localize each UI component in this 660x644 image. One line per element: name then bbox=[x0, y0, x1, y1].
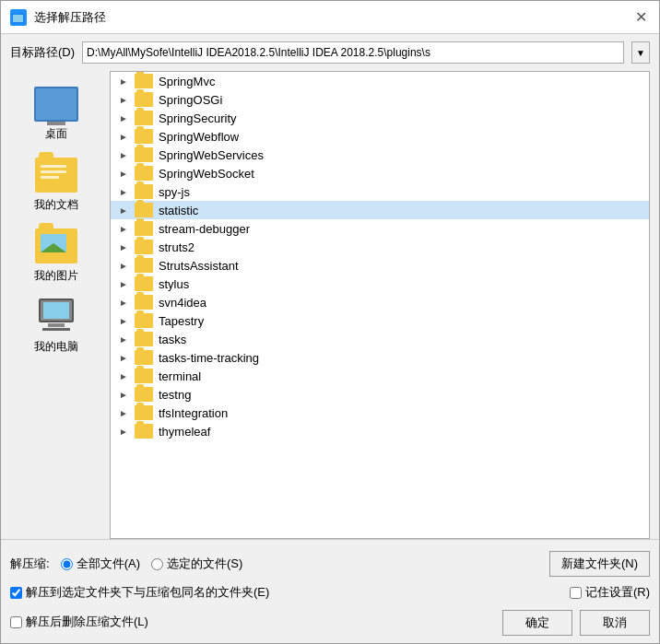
expand-arrow-icon: ► bbox=[118, 76, 129, 87]
list-item[interactable]: ►spy-js bbox=[111, 182, 649, 201]
file-name: SpringWebSocket bbox=[159, 167, 254, 181]
file-name: struts2 bbox=[159, 240, 194, 254]
path-input[interactable] bbox=[82, 41, 624, 64]
close-button[interactable]: ✕ bbox=[631, 8, 650, 27]
file-name: tfsIntegration bbox=[159, 406, 228, 420]
file-name: thymeleaf bbox=[159, 425, 210, 439]
folder-icon bbox=[135, 184, 153, 199]
checkbox-row-2-and-actions: 解压后删除压缩文件(L) 确定 取消 bbox=[10, 608, 650, 636]
sidebar-item-computer[interactable]: 我的电脑 bbox=[19, 293, 93, 360]
file-name: statistic bbox=[159, 204, 198, 217]
path-row: 目标路径(D) ▼ bbox=[1, 34, 659, 71]
list-item[interactable]: ►SpringWebflow bbox=[111, 127, 649, 146]
radio-all-input[interactable] bbox=[61, 558, 73, 570]
sidebar-item-desktop[interactable]: 桌面 bbox=[19, 80, 93, 147]
delete-after-checkbox[interactable] bbox=[10, 616, 22, 628]
list-item[interactable]: ►SpringSecurity bbox=[111, 109, 649, 127]
folder-icon bbox=[135, 221, 153, 236]
expand-arrow-icon: ► bbox=[118, 95, 129, 105]
bottom-section: 解压缩: 全部文件(A) 选定的文件(S) 新建文件夹(N) 解压到选定文件夹下… bbox=[1, 544, 659, 643]
radio-selected-files[interactable]: 选定的文件(S) bbox=[151, 556, 242, 572]
radio-all-files[interactable]: 全部文件(A) bbox=[61, 556, 140, 572]
list-item[interactable]: ►StrutsAssistant bbox=[111, 256, 649, 275]
expand-arrow-icon: ► bbox=[118, 408, 129, 418]
file-name: spy-js bbox=[159, 185, 190, 199]
extract-row: 解压缩: 全部文件(A) 选定的文件(S) 新建文件夹(N) bbox=[10, 551, 650, 577]
expand-arrow-icon: ► bbox=[118, 334, 129, 345]
list-item[interactable]: ►tfsIntegration bbox=[111, 404, 649, 422]
list-item[interactable]: ►tasks-time-tracking bbox=[111, 348, 649, 367]
radio-selected-label: 选定的文件(S) bbox=[167, 556, 242, 572]
file-list[interactable]: ►SpringMvc►SpringOSGi►SpringSecurity►Spr… bbox=[111, 72, 649, 538]
list-item[interactable]: ►SpringWebServices bbox=[111, 146, 649, 164]
cancel-button[interactable]: 取消 bbox=[580, 610, 650, 636]
file-name: SpringWebServices bbox=[159, 148, 264, 162]
list-item[interactable]: ►struts2 bbox=[111, 238, 649, 256]
computer-icon bbox=[34, 299, 78, 335]
list-item[interactable]: ►svn4idea bbox=[111, 293, 649, 311]
file-name: SpringWebflow bbox=[159, 130, 239, 144]
expand-arrow-icon: ► bbox=[118, 316, 129, 326]
delete-after-label: 解压后删除压缩文件(L) bbox=[26, 614, 148, 630]
title-icon bbox=[10, 9, 27, 26]
title-bar: 选择解压路径 ✕ bbox=[1, 1, 659, 34]
expand-arrow-icon: ► bbox=[118, 279, 129, 289]
expand-arrow-icon: ► bbox=[118, 169, 129, 179]
list-item[interactable]: ►SpringOSGi bbox=[111, 90, 649, 109]
folder-icon bbox=[135, 258, 153, 273]
radio-all-label: 全部文件(A) bbox=[77, 556, 140, 572]
expand-arrow-icon: ► bbox=[118, 390, 129, 400]
svg-rect-2 bbox=[13, 15, 23, 22]
expand-arrow-icon: ► bbox=[118, 353, 129, 363]
expand-arrow-icon: ► bbox=[118, 132, 129, 142]
expand-arrow-icon: ► bbox=[118, 298, 129, 308]
list-item[interactable]: ►stylus bbox=[111, 275, 649, 293]
file-name: terminal bbox=[159, 369, 201, 383]
file-name: StrutsAssistant bbox=[159, 259, 239, 273]
folder-icon bbox=[135, 203, 153, 217]
folder-icon bbox=[135, 424, 153, 439]
delete-after-option[interactable]: 解压后删除压缩文件(L) bbox=[10, 614, 148, 630]
list-item[interactable]: ►tasks bbox=[111, 330, 649, 348]
file-name: stylus bbox=[159, 277, 189, 291]
folder-icon bbox=[135, 111, 153, 125]
expand-arrow-icon: ► bbox=[118, 242, 129, 252]
list-item[interactable]: ►statistic bbox=[111, 201, 649, 219]
expand-arrow-icon: ► bbox=[118, 150, 129, 160]
list-item[interactable]: ►Tapestry bbox=[111, 311, 649, 330]
sidebar-item-desktop-label: 桌面 bbox=[45, 126, 67, 142]
sidebar-item-computer-label: 我的电脑 bbox=[34, 339, 78, 355]
new-folder-button[interactable]: 新建文件夹(N) bbox=[549, 551, 650, 577]
radio-selected-input[interactable] bbox=[151, 558, 163, 570]
file-name: SpringMvc bbox=[159, 75, 215, 88]
folder-icon bbox=[135, 369, 153, 383]
sidebar-item-documents[interactable]: 我的文档 bbox=[19, 151, 93, 218]
folder-icon bbox=[135, 405, 153, 420]
confirm-button[interactable]: 确定 bbox=[502, 610, 572, 636]
same-folder-option[interactable]: 解压到选定文件夹下与压缩包同名的文件夹(E) bbox=[10, 584, 269, 601]
list-item[interactable]: ►SpringMvc bbox=[111, 72, 649, 90]
expand-arrow-icon: ► bbox=[118, 371, 129, 381]
folder-icon bbox=[135, 129, 153, 144]
list-item[interactable]: ►SpringWebSocket bbox=[111, 164, 649, 182]
sidebar-item-pictures[interactable]: 我的图片 bbox=[19, 222, 93, 289]
extract-label: 解压缩: bbox=[10, 556, 50, 572]
list-item[interactable]: ►terminal bbox=[111, 367, 649, 385]
dialog-title: 选择解压路径 bbox=[34, 9, 624, 26]
folder-icon bbox=[135, 276, 153, 291]
same-folder-checkbox[interactable] bbox=[10, 587, 22, 599]
sidebar-item-documents-label: 我的文档 bbox=[34, 197, 78, 213]
left-panel: 桌面 我的文档 bbox=[10, 71, 102, 539]
list-item[interactable]: ►thymeleaf bbox=[111, 422, 649, 440]
list-item[interactable]: ►stream-debugger bbox=[111, 219, 649, 238]
list-item[interactable]: ►testng bbox=[111, 385, 649, 404]
remember-option[interactable]: 记住设置(R) bbox=[570, 584, 650, 601]
desktop-icon bbox=[34, 86, 78, 123]
file-name: tasks-time-tracking bbox=[159, 351, 259, 365]
remember-checkbox[interactable] bbox=[570, 587, 582, 599]
file-name: Tapestry bbox=[159, 314, 204, 328]
sidebar-item-pictures-label: 我的图片 bbox=[34, 268, 78, 284]
folder-icon bbox=[135, 295, 153, 310]
path-dropdown[interactable]: ▼ bbox=[631, 41, 650, 64]
folder-icon bbox=[135, 350, 153, 365]
